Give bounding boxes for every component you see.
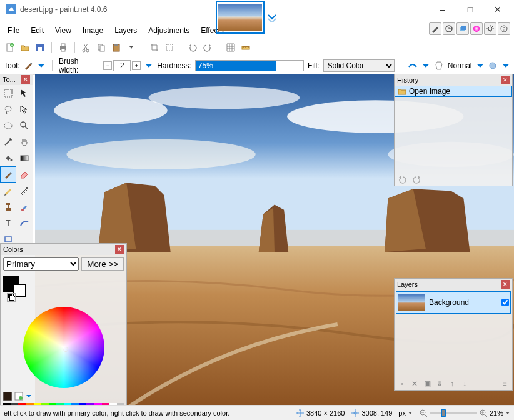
- antialias-dropdown-icon[interactable]: [421, 61, 430, 70]
- brush-width-increase[interactable]: +: [132, 61, 141, 70]
- rect-select-tool[interactable]: [0, 85, 16, 101]
- brush-width-input[interactable]: [113, 60, 131, 71]
- text-tool[interactable]: T: [0, 215, 16, 231]
- move-pixels-tool[interactable]: [16, 101, 33, 118]
- undo-icon[interactable]: [186, 41, 199, 54]
- color-picker-tool[interactable]: [16, 182, 33, 199]
- menu-edit[interactable]: Edit: [26, 24, 49, 38]
- tools-panel-close[interactable]: ✕: [21, 75, 30, 84]
- close-button[interactable]: ✕: [484, 1, 511, 18]
- maximize-button[interactable]: □: [456, 1, 484, 18]
- layer-item[interactable]: Background: [396, 291, 511, 314]
- new-file-icon[interactable]: +: [4, 41, 16, 54]
- brush-width-dropdown-icon[interactable]: [144, 61, 153, 70]
- thumbnail-dropdown-icon[interactable]: [267, 12, 277, 22]
- crop-icon[interactable]: [148, 41, 161, 54]
- pan-tool[interactable]: [16, 134, 33, 150]
- history-item[interactable]: Open Image: [395, 86, 512, 97]
- paste-dropdown-icon[interactable]: [125, 41, 138, 54]
- colors-more-button[interactable]: More >>: [81, 258, 124, 271]
- lasso-tool[interactable]: [0, 101, 16, 118]
- colors-toggle-icon[interactable]: [470, 22, 483, 35]
- duplicate-layer-icon[interactable]: ▣: [422, 379, 432, 389]
- move-down-icon[interactable]: ↓: [460, 379, 470, 389]
- blend-dropdown-icon[interactable]: [476, 61, 485, 70]
- antialias-icon[interactable]: [408, 61, 418, 71]
- palette-current-color[interactable]: [3, 392, 12, 401]
- move-up-icon[interactable]: ↑: [447, 379, 457, 389]
- zoom-slider[interactable]: [430, 412, 477, 414]
- menu-image[interactable]: Image: [78, 24, 108, 38]
- palette-dropdown-icon[interactable]: [26, 393, 32, 399]
- layer-visibility-checkbox[interactable]: [501, 299, 509, 306]
- color-wheel[interactable]: [23, 307, 104, 388]
- layer-properties-icon[interactable]: ≡: [500, 379, 510, 389]
- move-selection-tool[interactable]: [16, 85, 33, 101]
- clone-stamp-tool[interactable]: [0, 199, 16, 215]
- minimize-button[interactable]: –: [429, 1, 456, 18]
- palette-add-icon[interactable]: [14, 392, 23, 401]
- print-icon[interactable]: [57, 41, 69, 54]
- ruler-icon[interactable]: [239, 41, 252, 54]
- unit-dropdown-icon[interactable]: [408, 411, 413, 416]
- tools-toggle-icon[interactable]: [429, 22, 441, 35]
- redo-icon[interactable]: [201, 41, 214, 54]
- current-tool-icon[interactable]: [23, 61, 33, 71]
- delete-layer-icon[interactable]: ✕: [410, 379, 420, 389]
- colors-panel-close[interactable]: ✕: [115, 245, 124, 254]
- layers-panel-close[interactable]: ✕: [501, 280, 510, 289]
- menu-file[interactable]: File: [3, 24, 24, 38]
- svg-point-24: [490, 62, 496, 69]
- menu-view[interactable]: View: [50, 24, 76, 38]
- color-target-select[interactable]: Primary: [3, 258, 79, 271]
- history-toggle-icon[interactable]: [443, 22, 455, 35]
- status-dimensions: 3840 × 2160: [306, 409, 345, 417]
- copy-icon[interactable]: [95, 41, 108, 54]
- layers-panel: Layers ✕ Background ▫ ✕ ▣ ⇓ ↑ ↓ ≡: [394, 278, 513, 391]
- gradient-tool[interactable]: [16, 150, 33, 166]
- eraser-tool[interactable]: [16, 166, 33, 182]
- svg-rect-38: [21, 156, 28, 161]
- pencil-tool[interactable]: [0, 182, 16, 199]
- grid-icon[interactable]: [224, 41, 237, 54]
- merge-down-icon[interactable]: ⇓: [435, 379, 445, 389]
- svg-rect-15: [61, 49, 65, 51]
- brush-width-decrease[interactable]: −: [103, 61, 112, 70]
- zoom-in-icon[interactable]: [479, 409, 488, 418]
- history-undo-icon[interactable]: [397, 174, 407, 184]
- hardness-slider[interactable]: 75%: [195, 60, 304, 71]
- fill-select[interactable]: Solid Color: [323, 59, 395, 72]
- swap-colors-icon[interactable]: [7, 293, 16, 302]
- recolor-tool[interactable]: [16, 199, 33, 215]
- image-thumbnail[interactable]: [216, 1, 265, 34]
- save-file-icon[interactable]: [34, 41, 46, 54]
- deselect-icon[interactable]: [163, 41, 176, 54]
- help-icon[interactable]: ?: [498, 22, 510, 35]
- history-redo-icon[interactable]: [412, 174, 422, 184]
- line-tool[interactable]: [16, 215, 33, 231]
- svg-rect-19: [100, 46, 104, 51]
- settings-icon[interactable]: [484, 22, 496, 35]
- ellipse-select-tool[interactable]: [0, 118, 16, 134]
- zoom-out-icon[interactable]: [419, 409, 428, 418]
- svg-rect-22: [166, 44, 173, 51]
- standard-toolbar: +: [0, 39, 514, 56]
- hardness-value: 75%: [198, 61, 213, 70]
- history-panel-close[interactable]: ✕: [501, 76, 510, 84]
- tool-dropdown-icon[interactable]: [37, 61, 46, 70]
- overwrite-icon[interactable]: [488, 61, 498, 71]
- paintbrush-tool[interactable]: [0, 166, 16, 182]
- blend-icon[interactable]: [434, 61, 444, 71]
- cut-icon[interactable]: [80, 41, 93, 54]
- magic-wand-tool[interactable]: [0, 134, 16, 150]
- menu-layers[interactable]: Layers: [109, 24, 142, 38]
- paint-bucket-tool[interactable]: [0, 150, 16, 166]
- layers-toggle-icon[interactable]: [456, 22, 469, 35]
- menu-adjustments[interactable]: Adjustments: [143, 24, 194, 38]
- paste-icon[interactable]: [110, 41, 123, 54]
- zoom-tool[interactable]: [16, 118, 33, 134]
- overwrite-dropdown-icon[interactable]: [501, 61, 510, 70]
- zoom-dropdown-icon[interactable]: [505, 411, 510, 416]
- open-file-icon[interactable]: [19, 41, 31, 54]
- add-layer-icon[interactable]: ▫: [397, 379, 407, 389]
